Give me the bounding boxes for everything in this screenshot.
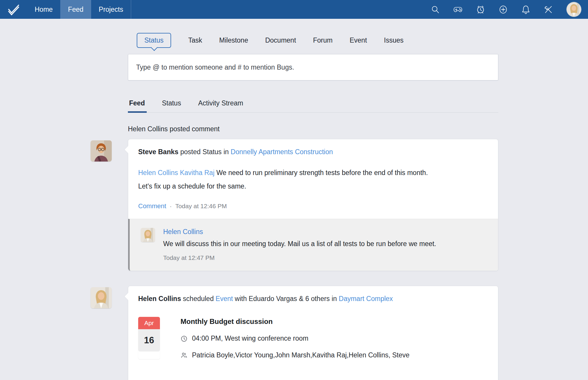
calendar-day: 16 <box>138 329 160 352</box>
status-composer-input[interactable]: Type @ to mention someone and # to menti… <box>128 54 498 80</box>
event-title: Monthly Budget discussion <box>181 317 410 326</box>
nav-divider <box>131 0 131 19</box>
comment-action-link[interactable]: Comment <box>138 202 166 210</box>
event-time-location: 04:00 PM, West wing conference room <box>192 334 308 342</box>
event-details-block: Apr 16 Monthly Budget discussion 04:00 P… <box>128 303 498 380</box>
comment-text: We will discuss this in our meeting toda… <box>163 240 436 248</box>
nav-item-label: Projects <box>99 6 123 14</box>
composer-tab-forum[interactable]: Forum <box>313 36 333 44</box>
post-body: Helen Collins Kavitha Raj We need to run… <box>128 156 498 193</box>
nav-item-projects[interactable]: Projects <box>91 0 131 19</box>
project-link[interactable]: Donnelly Apartments Construction <box>231 148 333 156</box>
mention-kavitha-raj[interactable]: Kavitha Raj <box>180 169 215 176</box>
event-post-card: Helen Collins scheduled Event with Eduar… <box>128 286 498 380</box>
composer-tab-document[interactable]: Document <box>265 36 296 44</box>
helen-collins-avatar[interactable] <box>91 287 112 308</box>
composer-tab-issues[interactable]: Issues <box>384 36 403 44</box>
notification-bell-icon[interactable] <box>521 5 531 14</box>
nav-item-label: Feed <box>68 6 83 14</box>
post-timestamp: Today at 12:46 PM <box>175 203 227 210</box>
calendar-date-badge: Apr 16 <box>138 317 160 359</box>
meta-separator: · <box>170 203 172 210</box>
post-text-line-2: Let's fix up a schedule for the same. <box>138 182 246 190</box>
mention-helen-collins[interactable]: Helen Collins <box>138 169 178 176</box>
calendar-month: Apr <box>138 317 160 329</box>
nav-item-home[interactable]: Home <box>27 0 60 19</box>
post-meta-row: Comment · Today at 12:46 PM <box>128 193 498 219</box>
feed-group-header: Helen Collins posted comment <box>128 125 498 133</box>
helen-collins-avatar-small[interactable] <box>141 228 155 242</box>
event-time-row: 04:00 PM, West wing conference room <box>181 334 410 342</box>
user-avatar[interactable] <box>566 2 582 17</box>
event-attendees-row: Patricia Boyle,Victor Young,John Marsh,K… <box>181 351 410 359</box>
post-header: Helen Collins scheduled Event with Eduar… <box>128 286 498 303</box>
search-icon[interactable] <box>430 5 440 14</box>
post-header: Steve Banks posted Status in Donnelly Ap… <box>128 139 498 156</box>
double-checkmark-logo-icon <box>7 3 20 16</box>
post-action-text: posted Status in <box>180 148 229 156</box>
post-author[interactable]: Helen Collins <box>138 295 181 302</box>
project-link[interactable]: Daymart Complex <box>339 295 393 302</box>
comment-content: Helen Collins We will discuss this in ou… <box>163 228 436 261</box>
top-navigation-bar: Home Feed Projects <box>0 0 588 19</box>
nav-icon-group <box>430 0 588 19</box>
nav-item-feed[interactable]: Feed <box>60 0 91 19</box>
post-author[interactable]: Steve Banks <box>138 148 178 156</box>
event-attendees: Patricia Boyle,Victor Young,John Marsh,K… <box>192 351 410 359</box>
post-text-line-1: We need to run preliminary strength test… <box>216 169 428 176</box>
comment-author-link[interactable]: Helen Collins <box>163 228 436 236</box>
event-info: Monthly Budget discussion 04:00 PM, West… <box>181 317 410 359</box>
add-icon[interactable] <box>498 5 508 14</box>
composer-tab-task[interactable]: Task <box>188 36 202 44</box>
comment-timestamp: Today at 12:47 PM <box>163 254 436 261</box>
composer-tab-event[interactable]: Event <box>350 36 367 44</box>
tab-activity-stream[interactable]: Activity Stream <box>198 99 243 107</box>
app-logo[interactable] <box>0 0 27 19</box>
alarm-clock-icon[interactable] <box>476 5 485 14</box>
clock-icon <box>181 335 188 342</box>
gamepad-icon[interactable] <box>453 5 463 14</box>
app-window: Home Feed Projects <box>0 0 588 380</box>
nav-item-label: Home <box>35 6 53 14</box>
post-action-text: scheduled <box>183 295 214 302</box>
tab-status[interactable]: Status <box>162 99 181 107</box>
composer-tab-milestone[interactable]: Milestone <box>219 36 248 44</box>
status-post-card: Steve Banks posted Status in Donnelly Ap… <box>128 139 498 271</box>
tools-icon[interactable] <box>544 5 553 14</box>
composer-placeholder: Type @ to mention someone and # to menti… <box>136 63 294 71</box>
feed-view-tabs: Feed Status Activity Stream <box>128 99 498 113</box>
composer-tab-status[interactable]: Status <box>137 33 171 48</box>
post-action-text-2: with Eduardo Vargas & 6 others in <box>235 295 337 302</box>
steve-banks-avatar[interactable] <box>91 140 112 162</box>
feed-main-column: Status Task Milestone Document Forum Eve… <box>128 32 498 380</box>
composer-type-tabs: Status Task Milestone Document Forum Eve… <box>128 32 498 48</box>
tab-feed[interactable]: Feed <box>129 99 145 107</box>
attendees-icon <box>181 352 188 359</box>
event-type-link[interactable]: Event <box>216 295 233 302</box>
comment-thread-block: Helen Collins We will discuss this in ou… <box>128 219 498 271</box>
